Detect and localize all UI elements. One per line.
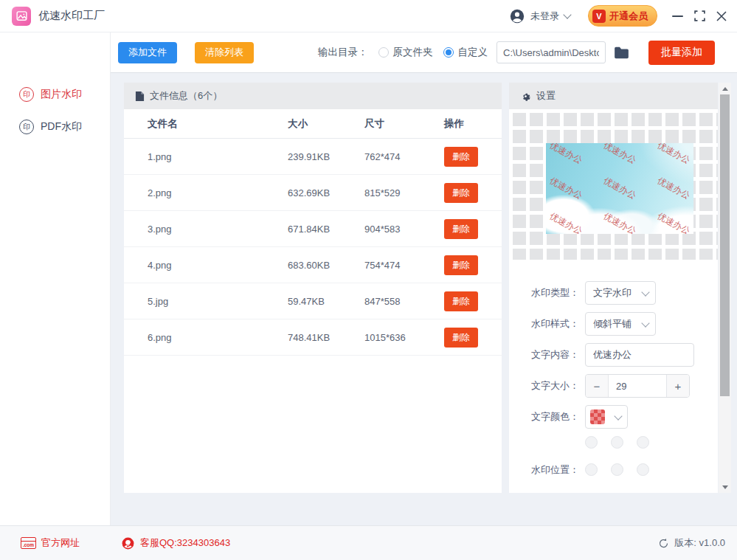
- text-color-picker[interactable]: [585, 405, 628, 429]
- delete-button[interactable]: 删除: [444, 219, 478, 239]
- open-vip-button[interactable]: V 开通会员: [588, 5, 657, 27]
- close-button[interactable]: [710, 5, 733, 27]
- sidebar-item-pdf-watermark[interactable]: 印 PDF水印: [0, 111, 110, 143]
- table-row: 5.jpg 59.47KB 847*558 删除: [124, 283, 502, 319]
- field-text-color: 文字颜色：: [509, 405, 718, 429]
- scroll-down-button[interactable]: [719, 481, 731, 493]
- login-status: 未登录: [530, 10, 559, 23]
- watermark-type-label: 水印类型：: [509, 286, 579, 300]
- login-menu[interactable]: 未登录: [509, 8, 570, 24]
- file-info-header: 文件信息（6个）: [124, 83, 502, 109]
- scrollbar-thumb[interactable]: [720, 94, 730, 396]
- stamp-icon: 印: [19, 120, 34, 134]
- scroll-up-button[interactable]: [719, 83, 731, 94]
- clear-list-button[interactable]: 清除列表: [195, 42, 254, 63]
- watermark-text: 优速办公: [547, 175, 584, 203]
- increase-button[interactable]: +: [666, 375, 689, 397]
- output-path-input[interactable]: [496, 41, 606, 63]
- preview-image: 优速办公优速办公优速办公优速办公优速办公优速办公优速办公优速办公优速办公: [546, 143, 693, 234]
- file-size: 683.60KB: [288, 260, 364, 271]
- watermark-text: 优速办公: [601, 175, 638, 203]
- watermark-text: 优速办公: [547, 143, 584, 167]
- delete-button[interactable]: 删除: [444, 183, 478, 203]
- watermark-preview-area: 优速办公优速办公优速办公优速办公优速办公优速办公优速办公优速办公优速办公: [509, 109, 718, 260]
- position-option[interactable]: [585, 463, 598, 476]
- radio-icon: [378, 47, 389, 58]
- delete-button[interactable]: 删除: [444, 291, 478, 311]
- file-dimensions: 762*474: [364, 151, 444, 162]
- file-size: 239.91KB: [288, 151, 364, 162]
- text-size-input[interactable]: [609, 375, 666, 397]
- col-size: 大小: [288, 117, 364, 131]
- col-action: 操作: [444, 117, 502, 131]
- chevron-down-icon: [563, 10, 571, 18]
- radio-custom-folder[interactable]: 自定义: [443, 46, 488, 59]
- titlebar-right: 未登录 V 开通会员: [509, 5, 737, 27]
- radio-checked-icon: [443, 47, 454, 58]
- text-color-label: 文字颜色：: [509, 410, 579, 424]
- file-dimensions: 904*583: [364, 224, 444, 235]
- watermark-text: 优速办公: [655, 210, 692, 234]
- watermark-style-select[interactable]: 倾斜平铺: [585, 312, 656, 336]
- support-qq-label: 客服QQ:3234303643: [140, 536, 230, 550]
- decrease-button[interactable]: −: [586, 375, 609, 397]
- table-row: 2.png 632.69KB 815*529 删除: [124, 175, 502, 211]
- position-option[interactable]: [611, 463, 623, 476]
- radio-original-folder[interactable]: 原文件夹: [378, 46, 433, 59]
- table-row: 3.png 671.84KB 904*583 删除: [124, 211, 502, 247]
- folder-icon: [614, 46, 629, 59]
- user-icon: [509, 8, 525, 24]
- sidebar-item-image-watermark[interactable]: 印 图片水印: [0, 78, 110, 111]
- support-qq-link[interactable]: 客服QQ:3234303643: [121, 536, 230, 550]
- field-watermark-type: 水印类型： 文字水印: [509, 281, 718, 305]
- title-bar: 优速水印工厂 未登录 V 开通会员: [0, 0, 737, 32]
- delete-button[interactable]: 删除: [444, 255, 478, 275]
- file-name: 6.png: [148, 332, 288, 343]
- version-info[interactable]: 版本: v1.0.0: [658, 536, 725, 550]
- table-row: 6.png 748.41KB 1015*636 删除: [124, 319, 502, 356]
- sidebar: 印 图片水印 印 PDF水印: [0, 32, 111, 525]
- position-option[interactable]: [637, 463, 649, 476]
- maximize-button[interactable]: [688, 5, 710, 27]
- watermark-text: 优速办公: [547, 210, 584, 234]
- output-dir-label: 输出目录：: [318, 46, 368, 59]
- gear-icon: [520, 91, 531, 102]
- minimize-icon: [672, 15, 683, 17]
- col-filename: 文件名: [148, 117, 288, 131]
- settings-scrollbar[interactable]: [719, 83, 731, 493]
- text-content-input[interactable]: [585, 343, 694, 367]
- triangle-down-icon: [722, 485, 728, 489]
- sidebar-item-label: PDF水印: [41, 120, 82, 134]
- position-row-middle: 水印位置：: [509, 463, 718, 476]
- position-option[interactable]: [585, 436, 598, 449]
- chevron-down-icon: [614, 412, 622, 420]
- add-files-button[interactable]: 添加文件: [118, 42, 177, 63]
- file-dimensions: 847*558: [364, 296, 444, 307]
- color-swatch: [590, 409, 605, 424]
- watermark-text: 优速办公: [601, 210, 638, 234]
- delete-button[interactable]: 删除: [444, 328, 478, 348]
- file-name: 4.png: [148, 260, 288, 271]
- file-name: 5.jpg: [148, 296, 288, 307]
- file-name: 2.png: [148, 187, 288, 198]
- field-text-size: 文字大小： − +: [509, 374, 718, 398]
- browse-folder-button[interactable]: [612, 45, 631, 61]
- delete-button[interactable]: 删除: [444, 147, 478, 167]
- document-icon: [135, 91, 145, 102]
- official-website-link[interactable]: .com 官方网址: [21, 536, 80, 550]
- batch-add-button[interactable]: 批量添加: [648, 41, 715, 65]
- file-size: 632.69KB: [288, 187, 364, 198]
- table-header: 文件名 大小 尺寸 操作: [124, 109, 502, 139]
- watermark-type-select[interactable]: 文字水印: [585, 281, 656, 305]
- position-option[interactable]: [637, 436, 649, 449]
- chevron-down-icon: [641, 288, 649, 296]
- text-content-label: 文字内容：: [509, 348, 579, 362]
- col-dimensions: 尺寸: [364, 117, 444, 131]
- file-size: 59.47KB: [288, 296, 364, 307]
- file-name: 1.png: [148, 151, 288, 162]
- vip-badge-icon: V: [592, 10, 606, 23]
- content-area: 文件信息（6个） 文件名 大小 尺寸 操作 1.png 239.91KB 762…: [111, 73, 737, 525]
- official-website-label: 官方网址: [41, 536, 80, 550]
- position-option[interactable]: [611, 436, 623, 449]
- minimize-button[interactable]: [666, 5, 688, 27]
